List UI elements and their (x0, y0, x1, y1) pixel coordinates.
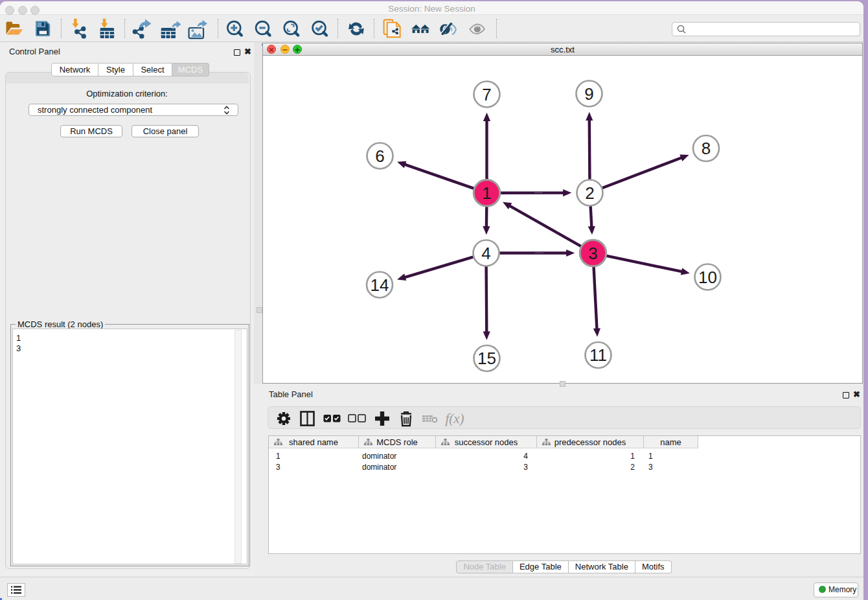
svg-text:3: 3 (588, 243, 597, 262)
svg-text:1: 1 (482, 183, 491, 202)
svg-text:6: 6 (375, 146, 384, 165)
svg-text:f(x): f(x) (445, 411, 464, 426)
svg-text:14: 14 (370, 275, 389, 294)
svg-text:2: 2 (585, 183, 594, 202)
svg-text:4: 4 (481, 243, 490, 262)
svg-text:11: 11 (589, 345, 607, 365)
svg-text:8: 8 (701, 139, 710, 158)
svg-text:7: 7 (482, 84, 491, 104)
svg-text:9: 9 (584, 84, 593, 103)
svg-text:15: 15 (477, 349, 496, 368)
svg-text:10: 10 (698, 267, 717, 286)
